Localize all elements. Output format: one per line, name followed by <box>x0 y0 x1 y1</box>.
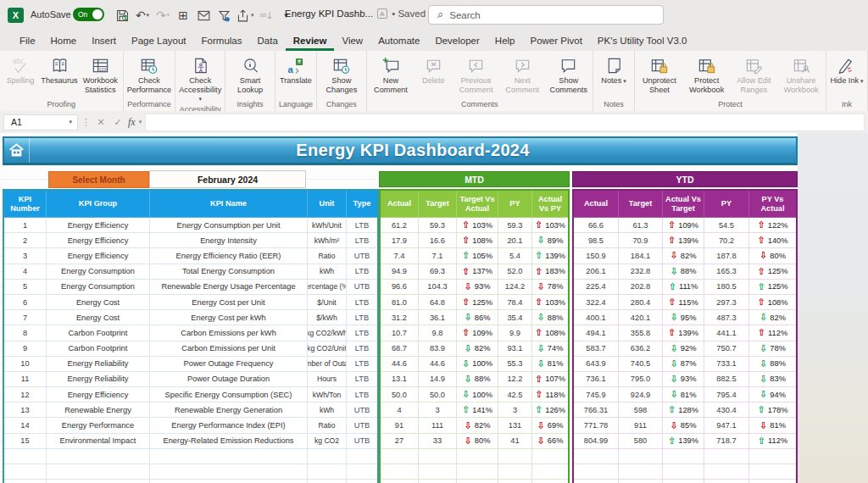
cell-mtd-actual-vs-py[interactable]: ⇧118% <box>532 387 568 402</box>
empty-cell[interactable] <box>532 449 568 464</box>
cell-mtd-target[interactable]: 3 <box>419 402 457 418</box>
empty-cell[interactable] <box>47 449 150 464</box>
cell-mtd-actual-vs-py[interactable]: ⇩89% <box>532 233 568 248</box>
cell-kpi-name[interactable]: Energy Performance Index (EPI) <box>150 418 308 433</box>
cell-ytd-py[interactable]: 430.4 <box>704 402 749 418</box>
cell-kpi-number[interactable]: 9 <box>4 341 47 357</box>
save-icon[interactable] <box>114 5 131 25</box>
empty-cell[interactable] <box>381 449 419 464</box>
cell-kpi-group[interactable]: Environmental Impact <box>47 434 150 449</box>
cell-ytd-actual[interactable]: 745.9 <box>574 387 619 402</box>
cell-mtd-target-vs-actual[interactable]: ⇩88% <box>457 372 498 387</box>
cell-mtd-target-vs-actual[interactable]: ⇧103% <box>457 218 498 233</box>
cell-ytd-py[interactable]: 718.7 <box>704 434 749 449</box>
cell-kpi-number[interactable]: 13 <box>4 402 47 418</box>
cell-mtd-target[interactable]: 111 <box>419 418 457 433</box>
cell-mtd-actual[interactable]: 10.7 <box>381 325 419 341</box>
cell-unit[interactable]: kg CO2 <box>308 434 347 449</box>
cell-ytd-actual[interactable]: 225.4 <box>574 280 619 295</box>
cell-ytd-target[interactable]: 232.8 <box>619 264 663 280</box>
cell-mtd-actual[interactable]: 4 <box>381 402 419 418</box>
cell-mtd-py[interactable]: 3 <box>498 402 532 418</box>
cell-ytd-py[interactable]: 487.3 <box>704 310 749 325</box>
cell-kpi-number[interactable]: 1 <box>4 218 47 233</box>
cell-type[interactable]: LTB <box>347 233 377 248</box>
cell-ytd-py[interactable]: 297.3 <box>704 295 749 310</box>
cell-unit[interactable]: Hours <box>308 372 347 387</box>
empty-cell[interactable] <box>704 449 749 464</box>
cell-type[interactable]: LTB <box>347 372 377 387</box>
cell-mtd-target[interactable]: 104.3 <box>419 280 457 295</box>
cell-ytd-target[interactable]: 924.9 <box>619 387 663 402</box>
cell-kpi-number[interactable]: 5 <box>4 280 47 295</box>
cell-mtd-target-vs-actual[interactable]: ⇩86% <box>457 310 498 325</box>
cell-ytd-py[interactable]: 165.3 <box>704 264 749 280</box>
cell-unit[interactable]: kg CO2/Unit <box>308 341 347 357</box>
cell-ytd-py-vs-actual[interactable]: ⇩83% <box>749 372 796 387</box>
column-header[interactable]: PY <box>704 191 749 218</box>
cell-mtd-target[interactable]: 16.6 <box>419 233 457 248</box>
tab-developer[interactable]: Developer <box>427 32 487 51</box>
cell-kpi-name[interactable]: Energy-Related Emission Reductions <box>150 434 308 449</box>
cell-type[interactable]: LTB <box>347 325 377 341</box>
borders-icon[interactable]: ⊞ <box>175 5 192 25</box>
cell-ytd-py[interactable]: 947.1 <box>704 418 749 433</box>
cell-mtd-actual[interactable]: 13.1 <box>381 372 419 387</box>
cell-kpi-group[interactable]: Energy Efficiency <box>47 233 150 248</box>
cell-mtd-actual[interactable]: 17.9 <box>381 233 419 248</box>
cell-ytd-actual-vs-target[interactable]: ⇩93% <box>663 372 704 387</box>
cell-kpi-name[interactable]: Renewable Energy Generation <box>150 402 308 418</box>
cell-mtd-actual[interactable]: 50.0 <box>381 387 419 402</box>
cell-type[interactable]: UTB <box>347 248 377 264</box>
column-header[interactable]: Actual Vs PY <box>532 191 568 218</box>
cell-mtd-target-vs-actual[interactable]: ⇩82% <box>457 418 498 433</box>
cell-type[interactable]: LTB <box>347 295 377 310</box>
new-comment-button[interactable]: New Comment <box>368 52 415 94</box>
cell-mtd-actual-vs-py[interactable]: ⇩78% <box>532 280 568 295</box>
cell-kpi-group[interactable]: Energy Consumption <box>47 280 150 295</box>
cell-kpi-number[interactable]: 7 <box>4 310 47 325</box>
cell-mtd-target[interactable]: 7.1 <box>419 248 457 264</box>
cell-ytd-py[interactable]: 750.7 <box>704 341 749 357</box>
cell-ytd-actual[interactable]: 98.5 <box>574 233 619 248</box>
cell-mtd-py[interactable]: 20.1 <box>498 233 532 248</box>
cell-mtd-actual-vs-py[interactable]: ⇩81% <box>532 357 568 372</box>
cell-ytd-target[interactable]: 280.4 <box>619 295 663 310</box>
cell-mtd-actual[interactable]: 31.2 <box>381 310 419 325</box>
cell-kpi-name[interactable]: Power Outage Duration <box>150 372 308 387</box>
empty-cell[interactable] <box>150 449 308 464</box>
cell-mtd-target[interactable]: 83.9 <box>419 341 457 357</box>
cell-mtd-target-vs-actual[interactable]: ⇧125% <box>457 295 498 310</box>
cell-kpi-name[interactable]: Carbon Emissions per Unit <box>150 341 308 357</box>
cell-ytd-py[interactable]: 882.5 <box>704 372 749 387</box>
column-header[interactable]: Target <box>619 191 663 218</box>
cell-mtd-py[interactable]: 12.2 <box>498 372 532 387</box>
cell-ytd-actual[interactable]: 771.78 <box>574 418 619 433</box>
cell-mtd-target[interactable]: 36.1 <box>419 310 457 325</box>
cell-unit[interactable]: kWh <box>308 264 347 280</box>
empty-cell[interactable] <box>457 449 498 464</box>
cell-ytd-actual[interactable]: 322.4 <box>574 295 619 310</box>
cell-ytd-actual[interactable]: 583.7 <box>574 341 619 357</box>
workbook-statistics-button[interactable]: 123Workbook Statistics <box>79 52 122 94</box>
cell-ytd-target[interactable]: 184.1 <box>619 248 663 264</box>
empty-cell[interactable] <box>4 480 47 483</box>
cell-kpi-group[interactable]: Carbon Footprint <box>47 341 150 357</box>
empty-cell[interactable] <box>574 480 619 483</box>
cell-mtd-target-vs-actual[interactable]: ⇧105% <box>457 248 498 264</box>
cell-ytd-py[interactable]: 180.5 <box>704 280 749 295</box>
empty-cell[interactable] <box>308 480 347 483</box>
cell-mtd-actual[interactable]: 91 <box>381 418 419 433</box>
tab-review[interactable]: Review <box>286 32 335 51</box>
selected-month-value[interactable]: February 2024 <box>149 170 306 188</box>
cell-ytd-target[interactable]: 355.8 <box>619 325 663 341</box>
smart-lookup-button[interactable]: Smart Lookup <box>226 52 274 94</box>
cell-kpi-name[interactable]: Energy Intensity <box>150 233 308 248</box>
empty-cell[interactable] <box>574 464 619 480</box>
cell-ytd-py-vs-actual[interactable]: ⇩78% <box>749 341 796 357</box>
cell-mtd-actual[interactable]: 61.2 <box>381 218 419 233</box>
search-box[interactable]: ⌕ Search <box>428 5 664 25</box>
cell-ytd-actual[interactable]: 736.1 <box>574 372 619 387</box>
tab-automate[interactable]: Automate <box>370 32 427 51</box>
cell-mtd-target-vs-actual[interactable]: ⇩82% <box>457 341 498 357</box>
